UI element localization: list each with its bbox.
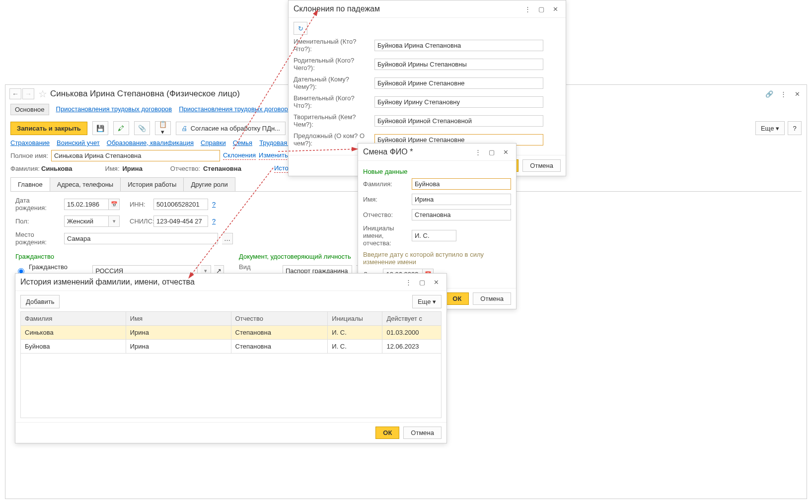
surname-value: Синькова	[41, 165, 73, 172]
cfio-date-hint: Введите дату с которой вступило в силу и…	[363, 251, 511, 266]
hist-th-date[interactable]: Действует с	[382, 312, 442, 326]
decl-max-icon[interactable]: ▢	[536, 3, 547, 14]
history-table: Фамилия Имя Отчество Инициалы Действует …	[20, 311, 442, 354]
history-window: История изменений фамилии, имени, отчест…	[15, 273, 447, 443]
inn-input[interactable]	[153, 199, 208, 210]
snils-help[interactable]: ?	[212, 217, 216, 225]
hist-th-name[interactable]: Имя	[126, 312, 231, 326]
patronym-label: Отчество:	[170, 165, 200, 172]
full-name-input[interactable]	[51, 150, 220, 161]
back-button[interactable]: ←	[9, 88, 21, 99]
decl-label-4: Творительный (Кем? Чем?):	[294, 113, 370, 128]
close-main-icon[interactable]: ✕	[792, 88, 803, 99]
cfio-patronym-input[interactable]	[412, 209, 511, 220]
hist-kebab-icon[interactable]: ⋮	[403, 277, 414, 288]
cfio-surname-input[interactable]	[412, 178, 511, 190]
inn-label: ИНН:	[130, 201, 149, 208]
inn-help[interactable]: ?	[212, 201, 216, 208]
calendar-icon[interactable]: 📅	[109, 199, 120, 210]
kebab-icon[interactable]: ⋮	[778, 88, 789, 99]
decl-input-4[interactable]	[374, 115, 543, 127]
more-button[interactable]: Еще ▾	[755, 121, 785, 135]
help-button[interactable]: ?	[788, 121, 802, 135]
hist-th-patronym[interactable]: Отчество	[231, 312, 328, 326]
cfio-new-data-label: Новые данные	[363, 168, 511, 175]
decl-label-1: Родительный (Кого? Чего?):	[294, 57, 370, 72]
history-add-button[interactable]: Добавить	[20, 295, 60, 308]
birthplace-input[interactable]	[64, 233, 218, 244]
link-icon[interactable]: 🔗	[764, 88, 775, 99]
hist-max-icon[interactable]: ▢	[417, 277, 428, 288]
citizenship-section: Гражданство	[15, 253, 224, 260]
hist-th-surname[interactable]: Фамилия	[21, 312, 126, 326]
sublink-insurance[interactable]: Страхование	[10, 139, 50, 146]
tab-main[interactable]: Главное	[10, 177, 50, 191]
cfio-name-input[interactable]	[412, 194, 511, 205]
hist-close-icon[interactable]: ✕	[431, 277, 442, 288]
history-more-button[interactable]: Еще ▾	[412, 295, 442, 308]
decl-input-2[interactable]	[374, 77, 543, 89]
surname-label: Фамилия:	[10, 165, 38, 172]
change-fio-title: Смена ФИО *	[363, 147, 413, 156]
cfio-patronym-label: Отчество:	[363, 211, 408, 218]
forward-button[interactable]: →	[22, 88, 34, 99]
name-value: Ирина	[123, 165, 143, 172]
cfio-close-icon[interactable]: ✕	[500, 146, 511, 157]
history-cancel-button[interactable]: Отмена	[403, 427, 442, 439]
decl-label-2: Дательный (Кому? Чему?):	[294, 75, 370, 90]
document-section: Документ, удостоверяющий личность	[239, 253, 370, 260]
gender-label: Пол:	[15, 217, 60, 225]
sublink-family[interactable]: Семья	[233, 139, 252, 146]
hist-th-initials[interactable]: Инициалы	[328, 312, 382, 326]
decl-cancel-button[interactable]: Отмена	[522, 159, 561, 172]
gender-dd-icon[interactable]: ▾	[109, 216, 120, 227]
table-row[interactable]: СиньковаИринаСтепановнаИ. С.01.03.2000	[21, 326, 442, 340]
decl-input-1[interactable]	[374, 59, 543, 70]
paste-icon-button[interactable]: 📋▾	[155, 121, 171, 135]
tab-addresses[interactable]: Адреса, телефоны	[50, 177, 121, 191]
consent-button[interactable]: 🖨 Согласие на обработку ПДн...	[176, 122, 286, 135]
favorite-icon[interactable]: ☆	[38, 88, 47, 100]
decl-refresh-button[interactable]: ↻	[294, 22, 307, 35]
cfio-max-icon[interactable]: ▢	[486, 146, 497, 157]
cfio-name-label: Имя:	[363, 196, 408, 203]
dob-label: Дата рождения:	[15, 197, 60, 212]
snils-input[interactable]	[153, 216, 208, 227]
table-row[interactable]: БуйноваИринаСтепановнаИ. С.12.06.2023	[21, 340, 442, 354]
tab-history[interactable]: История работы	[120, 177, 184, 191]
nav-main[interactable]: Основное	[10, 104, 49, 115]
birthplace-browse-icon[interactable]: …	[222, 233, 233, 244]
dob-input[interactable]	[64, 199, 109, 210]
decl-kebab-icon[interactable]: ⋮	[522, 3, 533, 14]
name-label: Имя:	[105, 165, 120, 172]
sublink-education[interactable]: Образование, квалификация	[107, 139, 194, 146]
page-title: Синькова Ирина Степановна (Физическое ли…	[50, 89, 240, 99]
cfio-ok-button[interactable]: ОК	[445, 292, 469, 305]
decl-input-3[interactable]	[374, 96, 543, 108]
nav-suspend-1[interactable]: Приостановления трудовых договоров	[56, 104, 172, 115]
save-icon-button[interactable]: 💾	[92, 121, 108, 135]
cfio-initials-input[interactable]	[412, 230, 456, 241]
save-close-button[interactable]: Записать и закрыть	[10, 122, 87, 135]
declensions-title: Склонения по падежам	[294, 4, 380, 13]
decl-input-0[interactable]	[374, 40, 543, 51]
attach-icon-button[interactable]: 📎	[134, 121, 150, 135]
marker-icon-button[interactable]: 🖍	[113, 121, 129, 135]
cfio-surname-label: Фамилия:	[363, 180, 408, 188]
decl-close-icon[interactable]: ✕	[550, 3, 561, 14]
sublink-military[interactable]: Воинский учет	[57, 139, 100, 146]
patronym-value: Степановна	[203, 165, 241, 172]
full-name-label: Полное имя:	[10, 152, 48, 159]
decl-label-3: Винительный (Кого? Что?):	[294, 94, 370, 109]
declensions-link[interactable]: Склонения	[223, 151, 256, 160]
cfio-cancel-button[interactable]: Отмена	[473, 292, 511, 305]
sublink-refs[interactable]: Справки	[201, 139, 226, 146]
gender-input[interactable]	[64, 216, 109, 227]
cfio-kebab-icon[interactable]: ⋮	[472, 146, 483, 157]
birthplace-label: Место рождения:	[15, 231, 60, 246]
cfio-initials-label: Инициалы имени, отчества:	[363, 224, 408, 247]
decl-label-0: Именительный (Кто? Что?):	[294, 38, 370, 53]
tab-roles[interactable]: Другие роли	[183, 177, 235, 191]
history-title: История изменений фамилии, имени, отчест…	[20, 278, 195, 287]
history-ok-button[interactable]: ОК	[375, 427, 399, 439]
